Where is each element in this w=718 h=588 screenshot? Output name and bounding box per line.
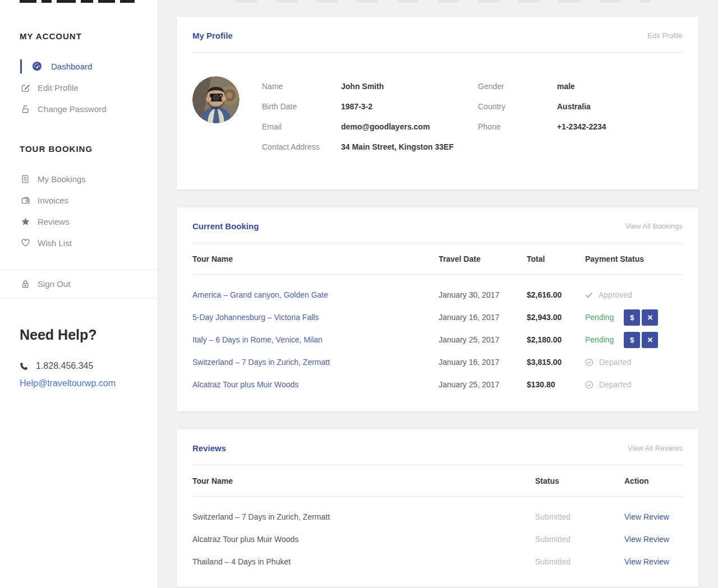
view-review-link[interactable]: View Review — [624, 535, 683, 544]
tour-name-link[interactable]: Switzerland – 7 Days in Zurich, Zermatt — [192, 358, 439, 367]
field-value: demo@goodlayers.com — [341, 122, 478, 131]
reviews-table-body: Switzerland – 7 Days in Zurich, Zermatt … — [192, 497, 683, 587]
sidebar-heading-my-account: MY ACCOUNT — [0, 31, 157, 41]
field-value: Australia — [557, 102, 591, 111]
dashboard-icon — [32, 61, 42, 71]
check-circle-icon — [585, 381, 593, 389]
travel-date: January 16, 2017 — [439, 358, 527, 367]
field-label: Email — [262, 122, 341, 131]
reviews-card: Reviews View All Reviews Tour Name Statu… — [177, 429, 698, 587]
view-review-link[interactable]: View Review — [624, 557, 683, 566]
column-header: Status — [535, 476, 624, 485]
view-all-reviews-link[interactable]: View All Reviews — [628, 444, 683, 452]
sidebar-item-label: Invoices — [38, 196, 68, 205]
sidebar-item-label: My Bookings — [38, 174, 86, 184]
tour-name-link[interactable]: America – Grand canyon, Golden Gate — [192, 290, 439, 299]
tour-name-link[interactable]: Italy – 6 Days in Rome, Venice, Milan — [192, 335, 439, 344]
tour-name-link[interactable]: Alcatraz Tour plus Muir Woods — [192, 380, 439, 389]
booking-row: America – Grand canyon, Golden Gate Janu… — [192, 284, 683, 306]
total-amount: $2,616.00 — [527, 290, 585, 299]
tour-name: Switzerland – 7 Days in Zurich, Zermatt — [192, 512, 535, 521]
profile-fields-right: Gendermale CountryAustralia Phone+1-2342… — [478, 76, 606, 157]
cancel-booking-button[interactable]: ✕ — [642, 332, 658, 348]
travel-date: January 25, 2017 — [439, 380, 527, 389]
help-email-link[interactable]: Help@traveltourwp.com — [20, 378, 116, 388]
travel-date: January 16, 2017 — [439, 313, 527, 322]
sidebar-heading-tour-booking: TOUR BOOKING — [0, 144, 157, 154]
tour-name-link[interactable]: 5-Day Johannesburg – Victoria Falls — [192, 313, 439, 322]
sidebar-item-invoices[interactable]: Invoices — [0, 189, 157, 211]
reviews-table-header: Tour Name Status Action — [192, 465, 683, 497]
logo-fragment — [20, 0, 135, 3]
field-label: Gender — [478, 82, 557, 91]
column-header: Total — [527, 254, 585, 263]
column-header: Tour Name — [192, 254, 439, 263]
sign-out-label: Sign Out — [38, 279, 70, 289]
review-status: Submitted — [535, 557, 624, 566]
bookings-table-header: Tour Name Travel Date Total Payment Stat… — [192, 243, 683, 275]
check-icon — [585, 292, 593, 298]
wallet-icon — [20, 195, 30, 205]
review-row: Switzerland – 7 Days in Zurich, Zermatt … — [192, 506, 683, 528]
profile-card-title: My Profile — [192, 31, 233, 40]
sidebar-item-dashboard[interactable]: Dashboard — [0, 55, 157, 77]
booking-menu: My Bookings Invoices Reviews Wish List — [0, 168, 157, 253]
payment-status: Pending — [585, 313, 614, 322]
column-header: Tour Name — [192, 476, 535, 485]
field-label: Phone — [478, 122, 557, 131]
travel-date: January 30, 2017 — [439, 290, 527, 299]
field-label: Contact Address — [262, 142, 341, 151]
lock-icon — [20, 279, 30, 289]
payment-status: Pending — [585, 335, 614, 344]
sidebar-item-my-bookings[interactable]: My Bookings — [0, 168, 157, 189]
bookings-table-body: America – Grand canyon, Golden Gate Janu… — [192, 275, 683, 411]
payment-status: Approved — [599, 290, 632, 299]
field-label: Birth Date — [262, 102, 341, 111]
avatar — [192, 76, 240, 123]
sidebar-item-edit-profile[interactable]: Edit Profile — [0, 77, 157, 98]
sidebar-item-wish-list[interactable]: Wish List — [0, 232, 157, 253]
booking-row: Alcatraz Tour plus Muir Woods January 25… — [192, 373, 683, 396]
edit-profile-link[interactable]: Edit Profile — [647, 31, 683, 40]
current-booking-card: Current Booking View All Bookings Tour N… — [177, 207, 698, 411]
tour-name: Thailand – 4 Days in Phuket — [192, 557, 535, 566]
field-value: 1987-3-2 — [341, 102, 478, 111]
need-help-section: Need Help? 1.828.456.345 Help@traveltour… — [0, 327, 157, 388]
reviews-card-title: Reviews — [192, 443, 226, 453]
bookings-card-title: Current Booking — [192, 221, 259, 231]
main-content: My Profile Edit Profile — [157, 0, 718, 588]
sidebar-item-sign-out[interactable]: Sign Out — [0, 270, 157, 299]
sidebar-item-reviews[interactable]: Reviews — [0, 211, 157, 232]
view-review-link[interactable]: View Review — [624, 512, 683, 521]
travel-date: January 25, 2017 — [439, 335, 527, 344]
payment-status: Departed — [599, 358, 632, 367]
heart-icon — [20, 238, 30, 248]
star-icon — [20, 216, 30, 226]
field-value: male — [557, 82, 575, 91]
top-nav-fragment — [236, 0, 651, 3]
cancel-booking-button[interactable]: ✕ — [642, 309, 658, 326]
review-status: Submitted — [535, 535, 624, 544]
sidebar: MY ACCOUNT Dashboard Edit Profile Change — [0, 0, 157, 588]
column-header: Action — [624, 476, 683, 485]
view-all-bookings-link[interactable]: View All Bookings — [625, 222, 683, 230]
active-indicator — [20, 59, 22, 73]
sidebar-item-label: Dashboard — [51, 62, 92, 71]
sidebar-item-label: Edit Profile — [38, 83, 79, 92]
sidebar-item-label: Change Password — [38, 104, 107, 114]
field-value: +1-2342-2234 — [557, 122, 606, 131]
edit-icon — [20, 82, 30, 92]
column-header: Travel Date — [439, 254, 527, 263]
document-icon — [20, 174, 30, 184]
pay-button[interactable]: $ — [624, 332, 640, 348]
help-phone: 1.828.456.345 — [36, 361, 93, 371]
total-amount: $2,180.00 — [527, 335, 585, 344]
booking-row: 5-Day Johannesburg – Victoria Falls Janu… — [192, 306, 683, 328]
total-amount: $2,943.00 — [527, 313, 585, 322]
field-value: 34 Main Street, Kingston 33EF — [341, 142, 478, 151]
pay-button[interactable]: $ — [624, 309, 640, 326]
tour-name: Alcatraz Tour plus Muir Woods — [192, 535, 535, 544]
check-circle-icon — [585, 358, 593, 367]
sidebar-item-change-password[interactable]: Change Password — [0, 98, 157, 119]
review-status: Submitted — [535, 512, 624, 521]
